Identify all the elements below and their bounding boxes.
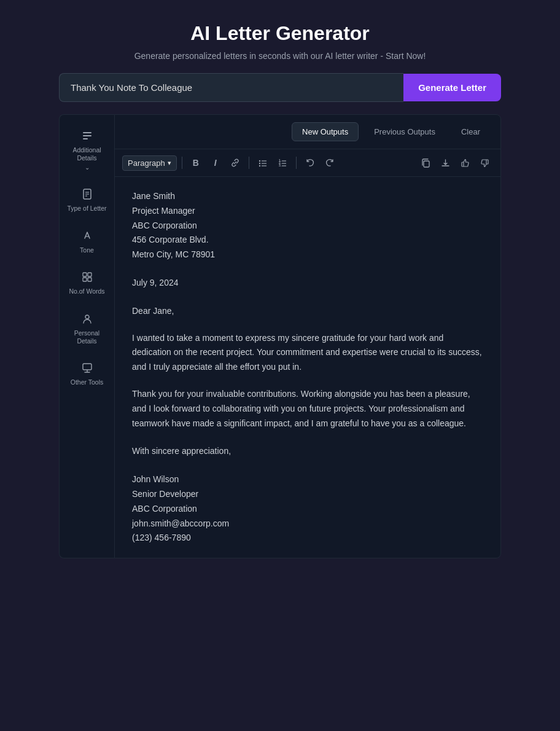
svg-text:3.: 3. [279, 163, 282, 167]
recipient-name: Jane Smith [132, 189, 483, 204]
paragraph-dropdown-icon: ▾ [168, 159, 171, 167]
tab-new-outputs[interactable]: New Outputs [292, 122, 359, 141]
page-title: AI Letter Generator [12, 22, 548, 45]
toolbar-divider-1 [182, 157, 182, 169]
sidebar: Additional Details ⌄ Type of Letter [59, 114, 114, 558]
paragraph-select[interactable]: Paragraph ▾ [122, 155, 177, 171]
copy-button[interactable] [417, 154, 434, 171]
letter-content: Jane Smith Project Manager ABC Corporati… [115, 177, 500, 558]
svg-rect-13 [83, 364, 91, 370]
tone-icon [81, 230, 93, 244]
sidebar-item-type-of-letter[interactable]: Type of Letter [60, 181, 114, 220]
svg-rect-2 [83, 138, 88, 139]
italic-button[interactable]: I [207, 154, 224, 171]
sidebar-label-tone: Tone [80, 246, 94, 254]
sidebar-label-type-of-letter: Type of Letter [67, 205, 106, 213]
recipient-address: 456 Corporate Blvd. [132, 233, 483, 248]
header: AI Letter Generator Generate personalize… [0, 0, 560, 73]
sender-email: john.smith@abccorp.com [132, 517, 483, 531]
svg-point-18 [259, 163, 260, 164]
recipient-city: Metro City, MC 78901 [132, 248, 483, 262]
sidebar-item-other-tools[interactable]: Other Tools [60, 354, 114, 394]
sender-phone: (123) 456-7890 [132, 531, 483, 545]
letter-paragraph2: Thank you for your invaluable contributi… [132, 387, 483, 431]
output-tabs: New Outputs Previous Outputs Clear [115, 115, 500, 149]
recipient-company: ABC Corporation [132, 219, 483, 233]
type-of-letter-icon [81, 188, 93, 202]
recipient-title: Project Manager [132, 204, 483, 219]
additional-details-icon [81, 130, 93, 144]
tab-clear[interactable]: Clear [451, 122, 491, 141]
letter-closing: With sincere appreciation, [132, 444, 483, 459]
svg-rect-9 [88, 273, 91, 276]
personal-details-icon [81, 313, 93, 327]
generate-button[interactable]: Generate Letter [403, 74, 501, 101]
sidebar-chevron-additional: ⌄ [85, 164, 90, 171]
sidebar-item-additional-details[interactable]: Additional Details ⌄ [60, 122, 114, 178]
sidebar-item-personal-details[interactable]: Personal Details [60, 305, 114, 352]
sender-name: John Wilson [132, 472, 483, 487]
page-subtitle: Generate personalized letters in seconds… [12, 51, 548, 61]
bold-button[interactable]: B [187, 154, 204, 171]
search-input[interactable] [59, 73, 403, 102]
svg-point-12 [85, 315, 89, 319]
svg-point-16 [259, 160, 260, 162]
svg-rect-8 [83, 273, 87, 276]
ordered-list-button[interactable]: 1. 2. 3. [274, 154, 291, 171]
no-of-words-icon [81, 271, 93, 285]
thumbs-down-button[interactable] [476, 154, 493, 171]
sidebar-item-tone[interactable]: Tone [60, 222, 114, 262]
svg-rect-10 [83, 278, 87, 281]
other-tools-icon [81, 362, 93, 376]
editor-toolbar: Paragraph ▾ B I [115, 149, 500, 177]
main-content: Additional Details ⌄ Type of Letter [0, 114, 560, 558]
sidebar-label-other-tools: Other Tools [71, 378, 104, 386]
download-button[interactable] [437, 154, 454, 171]
sender-company: ABC Corporation [132, 502, 483, 517]
unordered-list-button[interactable] [254, 154, 271, 171]
svg-rect-28 [424, 161, 429, 167]
svg-rect-1 [83, 135, 91, 136]
thumbs-up-button[interactable] [456, 154, 473, 171]
redo-button[interactable] [321, 154, 338, 171]
letter-paragraph1: I wanted to take a moment to express my … [132, 331, 483, 375]
tab-previous-outputs[interactable]: Previous Outputs [364, 122, 446, 141]
link-button[interactable] [227, 154, 244, 171]
undo-button[interactable] [301, 154, 319, 171]
sidebar-label-personal-details: Personal Details [64, 329, 109, 345]
svg-rect-11 [88, 278, 91, 281]
toolbar-right [417, 154, 493, 171]
svg-rect-0 [83, 132, 91, 133]
sidebar-label-no-of-words: No.of Words [69, 287, 104, 295]
toolbar-divider-3 [296, 157, 297, 169]
sidebar-item-no-of-words[interactable]: No.of Words [60, 264, 114, 303]
letter-date: July 9, 2024 [132, 276, 483, 291]
svg-point-20 [259, 165, 260, 166]
sidebar-label-additional-details: Additional Details [64, 146, 109, 162]
toolbar-divider-2 [249, 157, 249, 169]
search-bar-row: Generate Letter [0, 73, 560, 102]
paragraph-label: Paragraph [128, 158, 165, 168]
output-area: New Outputs Previous Outputs Clear Parag… [114, 114, 501, 558]
page-wrapper: AI Letter Generator Generate personalize… [0, 0, 560, 731]
letter-salutation: Dear Jane, [132, 304, 483, 319]
sender-title: Senior Developer [132, 487, 483, 502]
